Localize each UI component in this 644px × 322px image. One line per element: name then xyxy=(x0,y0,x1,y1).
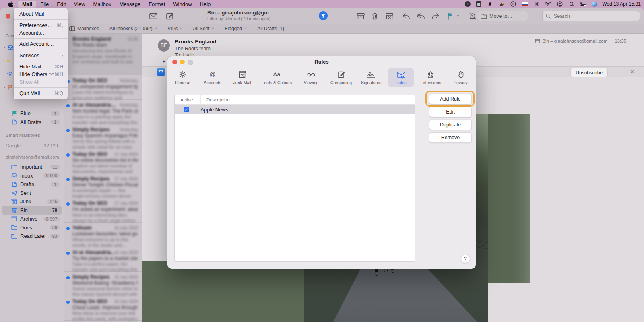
sidebar-section-google[interactable]: Google32 129 xyxy=(0,142,64,149)
column-active[interactable]: Active xyxy=(175,97,200,102)
favbar-dropdown[interactable]: All Drafts (1)∨ xyxy=(257,26,289,31)
menubar-item-message[interactable]: Message xyxy=(115,1,144,8)
menu-item-quit-mail[interactable]: Quit Mail⌘Q xyxy=(14,89,68,97)
remove-button[interactable]: Remove xyxy=(429,132,472,143)
sidebar-item-sent[interactable]: Sent xyxy=(0,189,64,198)
input-language-flag-icon[interactable] xyxy=(522,2,528,6)
rook-status-icon[interactable]: ♜ xyxy=(487,1,493,7)
menubar-item-help[interactable]: Help xyxy=(196,1,215,8)
list-item[interactable]: Yelloam 16 July 2020 Lockdown favourites… xyxy=(64,223,142,247)
notification-badge-icon[interactable]: 1 xyxy=(465,1,471,7)
wifi-icon[interactable] xyxy=(545,1,551,7)
unsubscribe-button[interactable]: Unsubscribe xyxy=(570,68,608,77)
help-button[interactable]: ? xyxy=(461,254,470,263)
reply-all-icon[interactable] xyxy=(416,12,425,21)
list-item[interactable]: Simply Recipes 15 July 2020 Weekend Baki… xyxy=(64,272,142,296)
app-status-icon[interactable]: ▦ xyxy=(476,1,481,7)
tab-composing[interactable]: Composing xyxy=(328,68,354,87)
sidebar-item-all-drafts[interactable]: All Drafts1 xyxy=(0,118,64,127)
menubar-item-window[interactable]: Window xyxy=(169,1,196,8)
list-item[interactable]: Al or Alexandria… Yesterday Item trusted… xyxy=(64,100,142,124)
favbar-dropdown[interactable]: Flagged∨ xyxy=(225,26,247,31)
sidebar-item-inbox[interactable]: Inbox8 600 xyxy=(0,171,64,180)
flag-chevron-icon[interactable]: ∨ xyxy=(455,12,461,21)
sidebar-item-all-inboxes[interactable]: ∨ xyxy=(3,43,14,51)
duplicate-button[interactable]: Duplicate xyxy=(429,120,472,130)
flag-icon[interactable] xyxy=(446,12,455,21)
play-status-icon[interactable] xyxy=(510,1,516,7)
paint-status-icon[interactable] xyxy=(498,1,505,7)
favbar-dropdown[interactable]: All Sent∨ xyxy=(193,26,214,31)
siri-icon[interactable] xyxy=(592,2,597,7)
list-item[interactable]: Today On SEO Yesterday #1 unexpected eng… xyxy=(64,75,142,100)
sidebar-item-drafts[interactable]: Drafts1 xyxy=(0,180,64,189)
rule-row-apple-news[interactable]: ✓ Apple News xyxy=(175,105,415,114)
sidebar-item-important[interactable]: Important11 xyxy=(0,163,64,171)
forward-icon[interactable] xyxy=(431,12,440,21)
menu-item-hide-mail[interactable]: Hide Mail⌘H xyxy=(14,63,68,70)
sidebar-item-archive[interactable]: Archive8 997 xyxy=(0,215,64,223)
menu-item-accounts[interactable]: Accounts… xyxy=(14,29,68,37)
control-center-icon[interactable] xyxy=(580,1,586,7)
compose-icon[interactable] xyxy=(165,12,174,21)
reply-icon[interactable] xyxy=(402,12,411,21)
menubar-clock[interactable]: Wed 13 Apr 15:31 xyxy=(602,1,641,7)
list-item[interactable]: Simply Recipes Yesterday Easy Spanish–As… xyxy=(64,124,142,149)
edit-button[interactable]: Edit xyxy=(429,107,472,117)
menubar-item-mail[interactable]: Mail xyxy=(18,1,36,8)
menubar-item-edit[interactable]: Edit xyxy=(53,1,70,8)
menu-item-hide-others[interactable]: Hide Others⌥⌘H xyxy=(14,70,68,78)
spotlight-search-icon[interactable] xyxy=(568,1,575,7)
archive-icon[interactable] xyxy=(356,12,365,21)
favbar-mailboxes[interactable]: Mailboxes xyxy=(69,26,99,31)
list-item[interactable]: Simply Recipes 17 July 2020 Dinner Tonig… xyxy=(64,173,142,198)
favbar-dropdown[interactable]: All Inboxes (21 092)∨ xyxy=(109,26,157,31)
menubar-item-format[interactable]: Format xyxy=(144,1,169,8)
list-item[interactable]: Today On SEO 17 July 2020 Six online dis… xyxy=(64,149,142,173)
tab-viewing[interactable]: Viewing xyxy=(298,68,324,87)
tab-accounts[interactable]: @ Accounts xyxy=(200,68,225,87)
search-input[interactable] xyxy=(553,13,627,19)
bluetooth-icon[interactable] xyxy=(533,1,540,7)
delete-icon[interactable] xyxy=(370,12,379,21)
search-field[interactable] xyxy=(542,11,640,21)
tab-general[interactable]: General xyxy=(170,68,196,87)
menubar-item-mailbox[interactable]: Mailbox xyxy=(89,1,116,8)
tab-privacy[interactable]: Privacy xyxy=(448,68,473,87)
tab-rules[interactable]: Rules xyxy=(388,68,414,87)
move-to-field[interactable]: Move to… xyxy=(477,11,528,21)
list-item[interactable]: Al or Alexandria… 16 July 2020 Try the p… xyxy=(64,247,142,272)
menu-item-preferences[interactable]: Preferences…⌘, xyxy=(14,21,68,29)
tab-fonts-colours[interactable]: Aa Fonts & Colours xyxy=(259,68,294,87)
banner-close-icon[interactable]: ✕ xyxy=(630,69,634,75)
menu-item-about-mail[interactable]: About Mail xyxy=(14,10,68,18)
junk-icon[interactable] xyxy=(385,12,394,21)
sidebar-item-docs[interactable]: Docs36 xyxy=(0,223,64,232)
list-item[interactable]: Brooks England 13:35 The Roots team Intr… xyxy=(64,34,142,75)
sidebar-item-blue[interactable]: Blue1 xyxy=(0,109,64,118)
menu-item-services[interactable]: Services› xyxy=(14,52,68,59)
traffic-light-close[interactable] xyxy=(6,14,10,19)
get-mail-icon[interactable] xyxy=(149,12,158,21)
sidebar-item-flagged[interactable]: ∨ xyxy=(3,83,14,91)
sidebar-item-read-later[interactable]: Read Later93 xyxy=(0,232,64,241)
filter-toggle-button[interactable] xyxy=(319,11,328,20)
sidebar-item-junk[interactable]: Junk245 xyxy=(0,197,64,206)
menubar-item-view[interactable]: View xyxy=(70,1,89,8)
add-rule-button[interactable]: Add Rule xyxy=(429,94,472,104)
mute-icon[interactable] xyxy=(468,12,477,21)
rule-active-checkbox[interactable]: ✓ xyxy=(184,107,189,112)
user-account-icon[interactable] xyxy=(557,1,563,7)
favbar-dropdown[interactable]: VIPs∨ xyxy=(167,26,182,31)
list-item[interactable]: Today On SEO 17 July 2020 I'm asked an e… xyxy=(64,198,142,223)
sidebar-item-all-sent[interactable]: › xyxy=(3,70,12,78)
column-description[interactable]: Description xyxy=(200,95,415,104)
list-item[interactable]: Today On SEO 15 July 2020 Cheat Leads: I… xyxy=(64,296,142,321)
menubar-item-file[interactable]: File xyxy=(36,1,53,8)
menu-item-add-account[interactable]: Add Account… xyxy=(14,40,68,48)
tab-extensions[interactable]: Extensions xyxy=(418,68,444,87)
sidebar-item-vips[interactable]: ›★ xyxy=(3,56,11,64)
sidebar-item-bin[interactable]: Bin78 xyxy=(2,206,62,215)
tab-signatures[interactable]: Signatures xyxy=(358,68,384,87)
apple-menu[interactable] xyxy=(3,1,18,7)
